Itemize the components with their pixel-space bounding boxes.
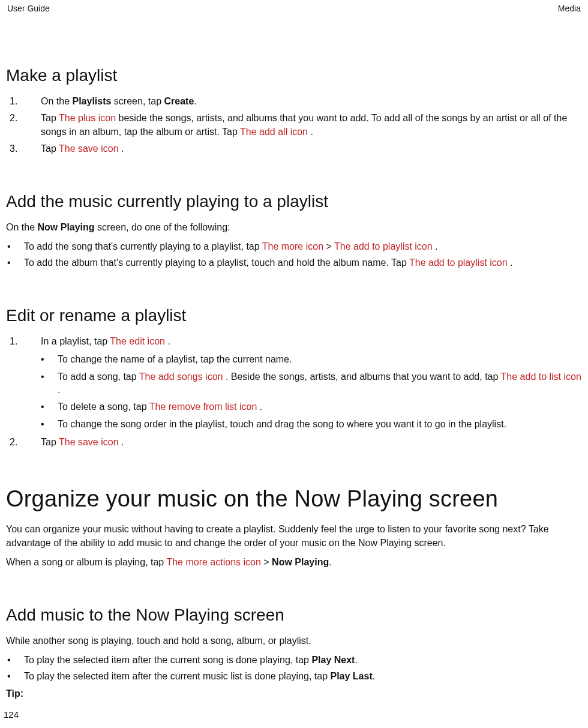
paragraph: You can organize your music without havi…	[6, 523, 582, 550]
text: .	[167, 336, 170, 346]
text: .	[58, 385, 60, 395]
text: .	[510, 257, 512, 268]
list-item: To delete a song, tap The remove from li…	[41, 400, 582, 414]
list-item: To play the selected item after the curr…	[6, 654, 582, 667]
paragraph: While another song is playing, touch and…	[6, 634, 582, 648]
add-to-playlist-icon: The add to playlist icon	[334, 241, 435, 251]
text: .	[121, 437, 124, 447]
add-all-icon: The add all icon	[240, 127, 310, 137]
text: .	[435, 241, 437, 251]
text: To add the album that's currently playin…	[24, 257, 409, 268]
header-right: Media	[558, 4, 581, 13]
more-actions-icon: The more actions icon	[166, 557, 263, 567]
add-songs-icon: The add songs icon	[139, 372, 226, 382]
paragraph: When a song or album is playing, tap The…	[6, 556, 582, 569]
text: Tap	[41, 113, 59, 123]
list-item: To add the song that's currently playing…	[6, 240, 582, 253]
add-to-list-icon: The add to list icon	[501, 372, 581, 382]
text: >	[326, 241, 335, 251]
list-item: To change the song order in the playlist…	[41, 418, 582, 431]
screen-name: Now Playing	[37, 222, 94, 232]
screen-name: Playlists	[72, 96, 111, 106]
text: Tap	[41, 437, 59, 447]
text: .	[121, 143, 124, 154]
edit-rename-subbullets: To change the name of a playlist, tap th…	[41, 353, 582, 431]
heading-organize: Organize your music on the Now Playing s…	[6, 486, 582, 512]
list-item: In a playlist, tap The edit icon . To ch…	[10, 335, 582, 431]
text: .	[310, 127, 313, 137]
text: To play the selected item after the curr…	[24, 655, 311, 665]
list-item: On the Playlists screen, tap Create.	[10, 95, 582, 108]
page: User Guide Media Make a playlist On the …	[0, 0, 588, 728]
action-name: Play Next	[311, 655, 355, 665]
page-header: User Guide Media	[5, 0, 583, 13]
text: To play the selected item after the curr…	[24, 671, 330, 681]
text: screen, tap	[111, 96, 164, 106]
text: On the	[41, 96, 72, 106]
add-current-bullets: To add the song that's currently playing…	[6, 240, 582, 270]
save-icon: The save icon	[59, 143, 121, 154]
save-icon: The save icon	[59, 437, 121, 447]
text: . Beside the songs, artists, and albums …	[226, 372, 501, 382]
text: Tap	[41, 143, 59, 154]
tip-label: Tip:	[6, 687, 582, 700]
screen-name: Now Playing	[272, 557, 329, 567]
list-item: To add a song, tap The add songs icon . …	[41, 370, 582, 397]
text: .	[194, 96, 196, 106]
edit-rename-steps: In a playlist, tap The edit icon . To ch…	[7, 335, 582, 450]
heading-add-current: Add the music currently playing to a pla…	[6, 192, 582, 211]
list-item: To play the selected item after the curr…	[6, 670, 582, 683]
text: To add the song that's currently playing…	[24, 241, 262, 251]
action-name: Create	[164, 96, 194, 106]
plus-icon: The plus icon	[59, 113, 119, 123]
heading-add-music-np: Add music to the Now Playing screen	[6, 606, 582, 625]
list-item: Tap The plus icon beside the songs, arti…	[10, 112, 582, 139]
text: To change the song order in the playlist…	[58, 419, 506, 429]
list-item: Tap The save icon .	[10, 436, 582, 449]
heading-make-playlist: Make a playlist	[6, 66, 582, 85]
text: On the	[6, 222, 37, 232]
list-item: To change the name of a playlist, tap th…	[41, 353, 582, 366]
list-item: To add the album that's currently playin…	[6, 256, 582, 269]
edit-icon: The edit icon	[110, 336, 167, 346]
header-left: User Guide	[7, 4, 50, 13]
text: To change the name of a playlist, tap th…	[58, 354, 292, 364]
text: To delete a song, tap	[58, 402, 149, 412]
remove-from-list-icon: The remove from list icon	[149, 402, 260, 412]
paragraph: On the Now Playing screen, do one of the…	[6, 221, 582, 234]
add-to-playlist-icon: The add to playlist icon	[409, 257, 510, 268]
make-playlist-steps: On the Playlists screen, tap Create. Tap…	[7, 95, 582, 156]
page-content: Make a playlist On the Playlists screen,…	[5, 66, 583, 700]
text: To add a song, tap	[58, 372, 139, 382]
text: .	[355, 655, 357, 665]
text: screen, do one of the following:	[95, 222, 230, 232]
text: .	[260, 402, 262, 412]
more-icon: The more icon	[262, 241, 326, 251]
tip: Tip:	[6, 688, 23, 699]
list-item: Tap The save icon .	[10, 142, 582, 155]
text: When a song or album is playing, tap	[6, 557, 166, 567]
text: .	[373, 671, 375, 681]
heading-edit-rename: Edit or rename a playlist	[6, 306, 582, 325]
text: In a playlist, tap	[41, 336, 110, 346]
page-number: 124	[4, 709, 19, 720]
text: >	[263, 557, 272, 567]
add-music-np-bullets: To play the selected item after the curr…	[6, 654, 582, 684]
action-name: Play Last	[330, 671, 372, 681]
text: .	[329, 557, 331, 567]
